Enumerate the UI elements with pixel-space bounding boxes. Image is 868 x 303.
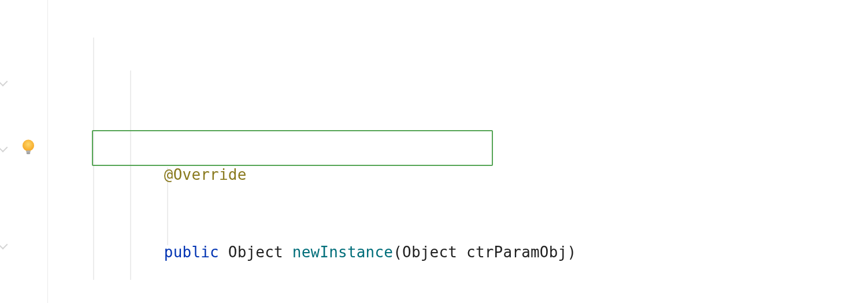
svg-rect-2 [27, 153, 30, 154]
paren-token: ) [567, 243, 576, 261]
annotation-token: @Override [164, 166, 247, 183]
code-line[interactable]: public Object newInstance(Object ctrPara… [48, 236, 868, 268]
type-token: Object [228, 243, 283, 261]
fold-notch-icon [0, 241, 8, 249]
svg-rect-1 [26, 150, 31, 153]
code-line[interactable]: @Override [48, 158, 868, 191]
fold-notch-icon [0, 144, 8, 152]
type-token: Object [402, 243, 457, 261]
editor-gutter [0, 0, 48, 303]
intention-bulb-icon[interactable] [20, 138, 37, 156]
fold-notch-icon [0, 78, 8, 86]
identifier-token: ctrParamObj [466, 243, 567, 261]
paren-token: ( [393, 243, 402, 261]
keyword-token: public [164, 243, 219, 261]
svg-point-0 [23, 140, 34, 152]
code-editor[interactable]: @Override public Object newInstance(Obje… [0, 0, 868, 303]
code-area[interactable]: @Override public Object newInstance(Obje… [48, 0, 868, 303]
method-name-token: newInstance [292, 243, 393, 261]
